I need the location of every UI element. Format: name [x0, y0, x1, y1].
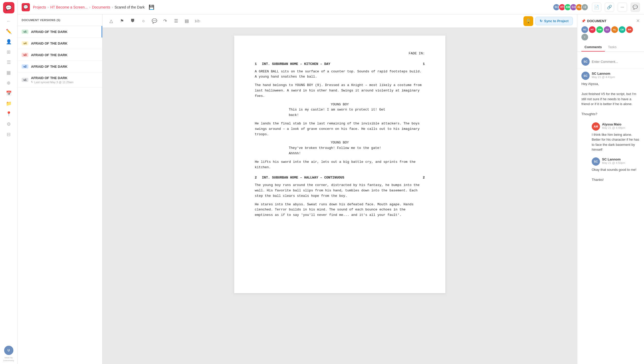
user-avatar[interactable]: U: [4, 346, 13, 355]
edit-nav-icon[interactable]: ✏️: [4, 27, 13, 36]
shield-toolbar-icon[interactable]: ⛊: [128, 17, 137, 26]
export-pdf-button[interactable]: 📄: [592, 3, 601, 12]
align-toolbar-icon[interactable]: ▤: [182, 17, 191, 26]
scene-1-action-2: The hand belongs to YOUNG BOY (9). Dress…: [255, 83, 425, 99]
versions-header: DOCUMENT VERSIONS (5): [18, 14, 102, 26]
save-icon[interactable]: 💾: [149, 4, 154, 10]
doc-page: FADE IN: 1 INT. SUBURBAN HOME – KITCHEN …: [234, 36, 445, 293]
scene-1-action-1: A GREEN BALL sits on the surface of a co…: [255, 69, 425, 80]
breadcrumb-project[interactable]: HT Become a Screen...: [50, 5, 88, 9]
share-link-button[interactable]: 🔗: [605, 3, 614, 12]
tab-tasks[interactable]: Tasks: [605, 43, 620, 52]
rp-avatar-sc: SC: [581, 26, 588, 33]
tab-comments[interactable]: Comments: [581, 43, 605, 52]
forward-toolbar-icon[interactable]: ↷: [161, 17, 170, 26]
comment-toolbar-icon[interactable]: 💬: [150, 17, 159, 26]
breadcrumb-sep-3: ›: [112, 5, 113, 9]
versions-panel: DOCUMENT VERSIONS (5) v5 AFRAID OF THE D…: [18, 14, 103, 364]
sync-to-project-button[interactable]: ↻ Sync to Project: [535, 17, 573, 25]
reply-2-author: SC Lannom: [602, 157, 625, 161]
rp-avatar-am: AM: [596, 26, 603, 33]
version-info-v4: AFRAID OF THE DARK: [31, 41, 98, 45]
fade-in-text: FADE IN:: [255, 51, 425, 56]
reply-1: AM Alyssa Maio May 21 @ 4:48pm I think l…: [577, 120, 644, 155]
version-badge-v1: v1: [22, 78, 28, 82]
scene-1-dialogue-2: They've broken through! Follow me to the…: [289, 146, 391, 156]
rp-avatar-more: +: [581, 34, 588, 40]
document-panel-title: 📌 DOCUMENT: [581, 19, 606, 23]
main-content: 💬 Projects › HT Become a Screen... › Doc…: [18, 0, 644, 364]
dashboard-nav-icon[interactable]: ⊞: [4, 47, 13, 57]
folder-nav-icon[interactable]: 📁: [4, 99, 13, 108]
table-nav-icon[interactable]: ▦: [4, 68, 13, 77]
scene-2-num-left: 2: [255, 175, 257, 181]
right-panel-avatars: SC HT AM DJ AL CB BR +: [577, 24, 644, 43]
scene-1-heading: INT. SUBURBAN HOME – KITCHEN – DAY: [257, 62, 423, 67]
panel-tabs: Comments Tasks: [577, 43, 644, 52]
app-nav-icon[interactable]: ⊕: [4, 78, 13, 88]
version-item-v3[interactable]: v3 AFRAID OF THE DARK: [18, 49, 102, 61]
reply-2-avatar: SC: [592, 157, 600, 166]
version-item-v4[interactable]: v4 AFRAID OF THE DARK: [18, 38, 102, 49]
circle-toolbar-icon[interactable]: ○: [139, 17, 148, 26]
comment-input-field[interactable]: [592, 60, 640, 64]
grid-nav-icon[interactable]: ⊟: [4, 130, 13, 139]
comment-1-author: SC Lannom: [592, 72, 615, 75]
users-nav-icon[interactable]: 👤: [4, 37, 13, 46]
version-name-v4: AFRAID OF THE DARK: [31, 41, 98, 45]
flag-toolbar-icon[interactable]: ⚑: [117, 17, 126, 26]
version-badge-v2: v2: [22, 64, 28, 69]
breadcrumb-documents[interactable]: Documents: [92, 5, 110, 9]
rp-avatar-al: AL: [611, 26, 618, 33]
scene-1-num-right: 1: [423, 62, 425, 67]
calendar-nav-icon[interactable]: 📅: [4, 89, 13, 98]
version-info-v5: AFRAID OF THE DARK: [31, 30, 97, 34]
version-item-v2[interactable]: v2 AFRAID OF THE DARK: [18, 61, 102, 72]
scene-1-action-4: He lifts his sword into the air, lets ou…: [255, 159, 425, 170]
justify-toolbar-icon[interactable]: ☰: [172, 17, 180, 26]
rp-avatar-dj: DJ: [604, 26, 611, 33]
doc-area-wrapper: △ ⚑ ⛊ ○ 💬 ↷ ☰ ▤ 1/2↕ 🔒 ↻ Sync to Project: [103, 14, 577, 364]
reply-2-header: SC SC Lannom May 21 @ 4:50pm: [592, 157, 640, 166]
doc-toolbar: △ ⚑ ⛊ ○ 💬 ↷ ☰ ▤ 1/2↕ 🔒 ↻ Sync to Project: [103, 14, 577, 28]
comment-1-text: Hey Alyssa,Just finished V5 for the scri…: [581, 81, 640, 117]
lock-button[interactable]: 🔒: [523, 16, 533, 26]
nav-logo: 💬: [22, 3, 30, 11]
sync-label: Sync to Project: [544, 19, 569, 23]
version-item-v1[interactable]: v1 AFRAID OF THE DARK ↻ Last synced May …: [18, 72, 102, 88]
more-options-button[interactable]: ···: [618, 3, 627, 12]
list-nav-icon[interactable]: ☰: [4, 58, 13, 67]
scene-2-action-1: The young boy runs around the corner, di…: [255, 183, 425, 199]
back-nav-icon[interactable]: ←: [4, 16, 13, 26]
breadcrumb-projects[interactable]: Projects: [33, 5, 46, 9]
scene-1-character-1: YOUNG BOY: [255, 102, 425, 107]
scene-1-action-3: He lands the final stab in the last rema…: [255, 121, 425, 137]
scene-1-num-left: 1: [255, 62, 257, 67]
nav-avatar-6: +2: [581, 4, 588, 11]
version-item-v5[interactable]: v5 AFRAID OF THE DARK: [18, 26, 102, 38]
version-name-v3: AFRAID OF THE DARK: [31, 53, 98, 57]
doc-scroll[interactable]: FADE IN: 1 INT. SUBURBAN HOME – KITCHEN …: [103, 28, 577, 364]
middle-area: DOCUMENT VERSIONS (5) v5 AFRAID OF THE D…: [18, 14, 644, 364]
reply-1-header: AM Alyssa Maio May 21 @ 4:48pm: [592, 122, 640, 131]
version-name-v1: AFRAID OF THE DARK: [31, 76, 98, 80]
location-nav-icon[interactable]: 📍: [4, 109, 13, 118]
comment-1-avatar: SC: [581, 72, 590, 80]
numbering-toolbar-icon[interactable]: 1/2↕: [193, 17, 202, 26]
comment-input-row: SC: [577, 55, 644, 69]
breadcrumb: Projects › HT Become a Screen... › Docum…: [33, 5, 145, 9]
right-panel-header: 📌 DOCUMENT ✕: [577, 14, 644, 24]
app-logo[interactable]: 💬: [3, 2, 14, 13]
version-sync-v1: ↻ Last synced May 3 @ 11:29am: [31, 80, 98, 84]
mountain-toolbar-icon[interactable]: △: [107, 17, 115, 26]
filter-nav-icon[interactable]: ⚙: [4, 120, 13, 129]
nav-avatars: SC HT AM DJ AL +2: [554, 4, 588, 11]
comment-input-avatar: SC: [581, 57, 590, 66]
breadcrumb-sep-1: ›: [48, 5, 49, 9]
reply-1-author: Alyssa Maio: [602, 122, 625, 126]
scene-1-character-2: YOUNG BOY: [255, 140, 425, 146]
sync-icon: ↻: [540, 19, 543, 23]
close-panel-button[interactable]: ✕: [636, 18, 640, 24]
rp-avatar-cb: CB: [619, 26, 625, 33]
comments-toggle-button[interactable]: 💬: [631, 3, 640, 12]
